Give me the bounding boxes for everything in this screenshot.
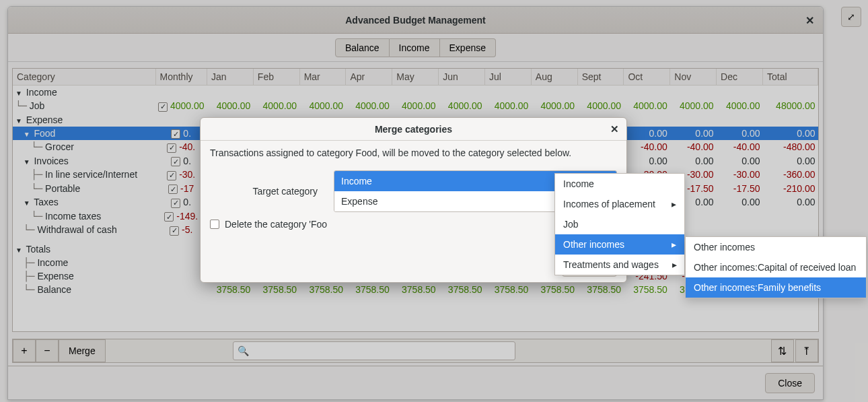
menu-label: Other incomes [563,239,624,250]
menu-label: Job [563,219,579,230]
menu-item-income[interactable]: Income [555,174,684,194]
menu-label: Income [563,178,594,189]
income-submenu: Income Incomes of placement ▸ Job Other … [554,173,685,275]
menu-item-other-incomes[interactable]: Other incomes ▸ [555,234,684,255]
menu-label: Other incomes:Family benefits [694,282,821,293]
delete-category-checkbox[interactable] [210,220,219,229]
menu-item-capital[interactable]: Other incomes:Capital of received loan [686,257,866,277]
combo-option-label: Income [341,176,372,187]
chevron-right-icon: ▸ [672,259,677,270]
menu-item-family-benefits[interactable]: Other incomes:Family benefits [686,277,866,298]
dialog-title: Merge categories [375,124,452,135]
dialog-titlebar: Merge categories ✕ [201,118,626,141]
dialog-close-button[interactable]: ✕ [608,123,621,136]
menu-label: Other incomes:Capital of received loan [694,262,856,273]
delete-category-label: Delete the category 'Foo [225,219,327,230]
menu-item-placement[interactable]: Incomes of placement ▸ [555,194,684,214]
menu-label: Other incomes [694,242,755,253]
menu-item-job[interactable]: Job [555,214,684,234]
menu-label: Incomes of placement [563,199,655,209]
chevron-right-icon: ▸ [672,239,676,250]
chevron-right-icon: ▸ [672,199,676,209]
menu-item-treatments[interactable]: Treatments and wages ▸ [555,255,684,275]
combo-option-label: Expense [341,196,377,207]
menu-item-other[interactable]: Other incomes [686,237,866,257]
target-category-label: Target category [210,186,318,197]
dialog-description: Transactions assigned to category Food, … [210,147,617,158]
menu-label: Treatments and wages [563,259,659,270]
close-icon: ✕ [610,123,619,135]
other-incomes-submenu: Other incomes Other incomes:Capital of r… [685,236,867,298]
